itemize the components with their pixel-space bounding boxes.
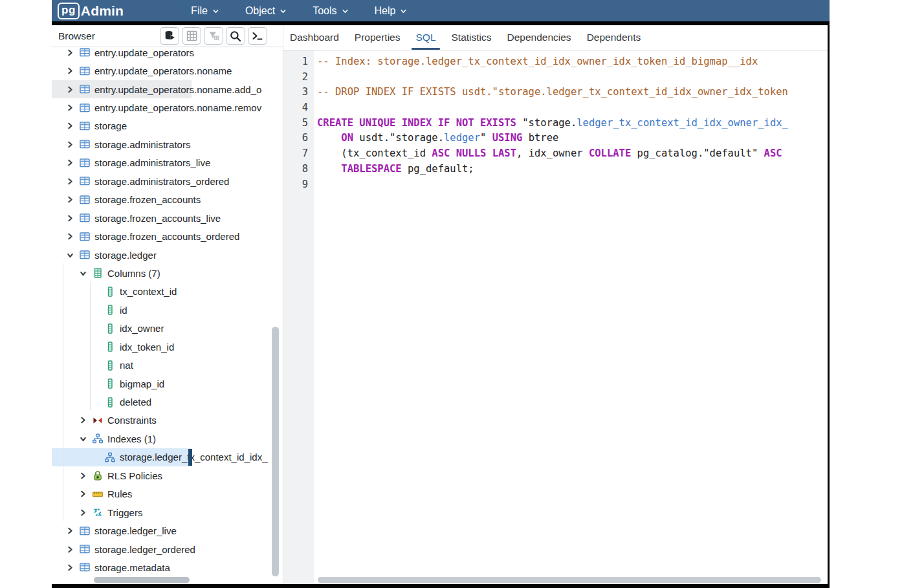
tree-item-rules[interactable]: Rules xyxy=(52,485,283,503)
code-line: (tx_context_id ASC NULLS LAST, idx_owner… xyxy=(317,146,828,162)
active-tab-underline xyxy=(412,48,439,50)
code-line: -- DROP INDEX IF EXISTS usdt."storage.le… xyxy=(317,85,828,100)
menu-object[interactable]: Object xyxy=(245,5,287,17)
tree-item-constraints[interactable]: Constraints xyxy=(52,411,283,430)
chevron-right-icon[interactable] xyxy=(65,103,75,113)
tab-label: Dependencies xyxy=(507,32,571,43)
tree-item-tx-context-id[interactable]: tx_context_id xyxy=(52,283,283,301)
browser-panel: Browser entry.update_operatorsentry.upda… xyxy=(52,25,283,584)
tab-statistics[interactable]: Statistics xyxy=(448,25,496,50)
tree-vertical-scrollbar-thumb[interactable] xyxy=(272,327,279,576)
chevron-right-icon[interactable] xyxy=(65,158,75,168)
chevron-right-icon[interactable] xyxy=(65,213,75,223)
chevron-right-icon[interactable] xyxy=(78,507,88,517)
tree-item-entry-update-operators[interactable]: entry.update_operators xyxy=(52,47,283,61)
chevron-right-icon[interactable] xyxy=(65,66,75,76)
tree-item-storage-ledger[interactable]: storage.ledger xyxy=(52,246,283,264)
tree-item-label: id xyxy=(120,305,127,316)
tree-horizontal-scrollbar-thumb[interactable] xyxy=(94,577,190,583)
tree-item-storage-frozen-accounts-ordered[interactable]: storage.frozen_accounts_ordered xyxy=(52,227,283,245)
tab-label: SQL xyxy=(415,32,435,43)
table-icon xyxy=(79,561,91,573)
tree-item-idx-token-id[interactable]: idx_token_id xyxy=(52,338,283,356)
table-icon xyxy=(79,175,91,187)
tree-item-label: storage.frozen_accounts_live xyxy=(94,213,221,224)
chevron-right-icon[interactable] xyxy=(65,84,75,94)
tab-sql[interactable]: SQL xyxy=(412,25,439,50)
chevron-right-icon[interactable] xyxy=(78,470,88,481)
tree-item-nat[interactable]: nat xyxy=(52,356,283,374)
chevron-right-icon[interactable] xyxy=(78,415,88,426)
chevron-right-icon[interactable] xyxy=(65,176,75,186)
chevron-right-icon[interactable] xyxy=(65,232,75,242)
table-grid-icon xyxy=(186,30,198,42)
menu-file[interactable]: File xyxy=(191,5,219,17)
tree-item-indexes-1[interactable]: Indexes (1) xyxy=(52,430,283,448)
chevron-right-icon[interactable] xyxy=(65,195,75,205)
tree-item-entry-update-operators-noname-add-o[interactable]: entry.update_operators.noname.add_o xyxy=(52,80,283,98)
chevron-right-icon[interactable] xyxy=(65,526,75,536)
object-explorer-tree: entry.update_operatorsentry.update_opera… xyxy=(52,47,283,584)
tree-item-label: storage.administrators_ordered xyxy=(94,176,229,187)
index-icon xyxy=(92,433,104,444)
code-line: ON usdt."storage.ledger" USING btree xyxy=(317,131,828,146)
tree-item-storage-administrators[interactable]: storage.administrators xyxy=(52,135,283,153)
menu-tools[interactable]: Tools xyxy=(313,5,348,17)
chevron-down-icon[interactable] xyxy=(78,433,88,444)
tree-item-label: entry.update_operators xyxy=(94,47,194,58)
line-number: 1 xyxy=(283,54,308,70)
chevron-right-icon[interactable] xyxy=(65,121,75,131)
editor-horizontal-scrollbar-thumb[interactable] xyxy=(318,577,821,583)
table-icon xyxy=(79,194,91,206)
chevron-down-icon[interactable] xyxy=(78,268,88,278)
tab-properties[interactable]: Properties xyxy=(351,25,404,50)
tree-item-storage-administrators-live[interactable]: storage.administrators_live xyxy=(52,154,283,172)
toolbar-button-terminal[interactable] xyxy=(248,27,267,45)
tree-item-storage-administrators-ordered[interactable]: storage.administrators_ordered xyxy=(52,172,283,190)
tree-item-storage-ledger-live[interactable]: storage.ledger_live xyxy=(52,521,283,539)
tree-item-label: entry.update_operators.noname xyxy=(94,65,232,76)
tab-dependencies[interactable]: Dependencies xyxy=(503,25,575,50)
tree-item-id[interactable]: id xyxy=(52,301,283,319)
lock-icon xyxy=(92,470,104,481)
tree-item-storage-frozen-accounts[interactable]: storage.frozen_accounts xyxy=(52,191,283,209)
tree-item-columns-7[interactable]: Columns (7) xyxy=(52,264,283,282)
sql-code-area[interactable]: -- Index: storage.ledger_tx_context_id_i… xyxy=(314,50,828,584)
tree-item-bigmap-id[interactable]: bigmap_id xyxy=(52,375,283,393)
toolbar-button-search[interactable] xyxy=(226,27,245,45)
tree-item-rls-policies[interactable]: RLS Policies xyxy=(52,466,283,485)
menu-label: Help xyxy=(375,5,396,17)
tree-item-label: Triggers xyxy=(107,507,142,518)
tab-dashboard[interactable]: Dashboard xyxy=(286,25,343,50)
tab-dependents[interactable]: Dependents xyxy=(583,25,645,50)
column-icon xyxy=(104,286,116,298)
chevron-down-icon xyxy=(280,8,287,15)
tree-item-storage-ledger-ordered[interactable]: storage.ledger_ordered xyxy=(52,540,283,558)
chevron-right-icon[interactable] xyxy=(65,562,75,572)
table-icon xyxy=(79,65,91,77)
tree-item-entry-update-operators-noname[interactable]: entry.update_operators.noname xyxy=(52,61,283,80)
tree-item-storage-ledger-tx-context-id-idx[interactable]: storage.ledger_tx_context_id_idx_ xyxy=(52,448,283,466)
column-icon xyxy=(104,360,116,371)
tree-item-storage-frozen-accounts-live[interactable]: storage.frozen_accounts_live xyxy=(52,209,283,227)
line-number: 3 xyxy=(283,85,308,100)
logo-admin-text: Admin xyxy=(81,3,124,19)
menu-help[interactable]: Help xyxy=(375,5,408,17)
chevron-right-icon[interactable] xyxy=(65,544,75,554)
tree-item-entry-update-operators-noname-remov[interactable]: entry.update_operators.noname.remov xyxy=(52,98,283,116)
tree-item-storage-metadata[interactable]: storage.metadata xyxy=(52,558,283,576)
tree-item-deleted[interactable]: deleted xyxy=(52,393,283,411)
toolbar-button-database[interactable] xyxy=(160,27,179,45)
chevron-right-icon[interactable] xyxy=(65,139,75,149)
toolbar-button-table-grid[interactable] xyxy=(182,27,201,45)
chevron-right-icon[interactable] xyxy=(65,47,75,58)
toolbar-button-filter[interactable] xyxy=(204,27,223,45)
chevron-down-icon[interactable] xyxy=(65,250,75,260)
menu-items: FileObjectToolsHelp xyxy=(191,5,407,17)
tree-item-idx-owner[interactable]: idx_owner xyxy=(52,320,283,338)
tree-vertical-scrollbar[interactable] xyxy=(272,327,280,576)
tree-item-storage[interactable]: storage xyxy=(52,117,283,135)
chevron-right-icon[interactable] xyxy=(78,489,88,499)
code-line: TABLESPACE pg_default; xyxy=(317,162,828,177)
tree-item-triggers[interactable]: Triggers xyxy=(52,503,283,521)
